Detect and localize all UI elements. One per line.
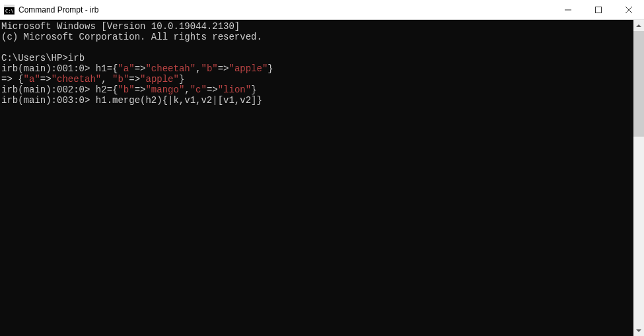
vertical-scrollbar[interactable] [633, 20, 644, 336]
maximize-button[interactable] [583, 0, 614, 20]
irb-prompt-2: irb(main):002:0> [1, 84, 96, 95]
copyright-line: (c) Microsoft Corporation. All rights re… [1, 32, 262, 42]
scroll-thumb[interactable] [633, 31, 644, 137]
window-title: Command Prompt - irb [18, 5, 553, 15]
shell-command: irb [68, 53, 85, 63]
svg-rect-1 [4, 5, 15, 7]
terminal-container: Microsoft Windows [Version 10.0.19044.21… [0, 20, 644, 336]
close-button[interactable] [614, 0, 644, 20]
shell-prompt: C:\Users\HP> [1, 53, 68, 63]
cmd-icon: C:\ [4, 5, 15, 15]
titlebar: C:\ Command Prompt - irb [0, 0, 644, 20]
scroll-up-arrow[interactable] [633, 20, 644, 31]
irb-output-1: => { [1, 74, 24, 84]
scroll-down-arrow[interactable] [633, 325, 644, 336]
irb-command-3: h1.merge(h2){|k,v1,v2|[v1,v2]} [96, 95, 262, 106]
scroll-track[interactable] [633, 31, 644, 325]
minimize-button[interactable] [553, 0, 583, 20]
irb-prompt-1: irb(main):001:0> [1, 63, 96, 74]
terminal-output[interactable]: Microsoft Windows [Version 10.0.19044.21… [0, 20, 633, 336]
svg-rect-4 [596, 7, 602, 13]
version-line: Microsoft Windows [Version 10.0.19044.21… [1, 21, 240, 32]
irb-prompt-3: irb(main):003:0> [1, 95, 96, 106]
svg-text:C:\: C:\ [5, 9, 14, 14]
svg-marker-8 [636, 329, 641, 332]
svg-marker-7 [636, 24, 641, 27]
window-controls [553, 0, 644, 19]
